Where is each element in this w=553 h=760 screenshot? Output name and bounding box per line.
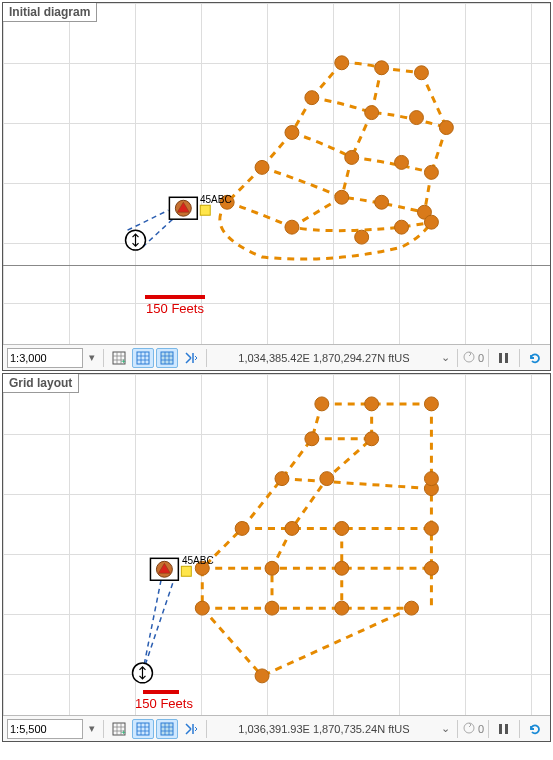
svg-rect-64 [505,724,508,734]
node-label: 45ABC [200,194,232,205]
svg-text:+: + [121,728,126,736]
pause-icon[interactable] [493,348,515,368]
svg-point-17 [355,230,369,244]
svg-rect-30 [505,353,508,363]
svg-point-19 [424,215,438,229]
grid-show-icon[interactable] [156,719,178,739]
svg-rect-57 [181,566,191,576]
svg-point-47 [424,561,438,575]
panel-title: Initial diagram [3,3,97,22]
chevron-down-icon[interactable]: ⌄ [439,351,453,364]
svg-point-1 [375,61,389,75]
svg-point-7 [285,126,299,140]
svg-point-28 [464,352,474,362]
svg-point-51 [405,601,419,615]
svg-point-13 [375,195,389,209]
rotation-value: 0 [478,723,484,735]
status-bar-grid: ▾ + 1,036,391.93E 1,870,735.24N ftUS ⌄ 0 [3,715,550,741]
scale-input[interactable] [7,348,83,368]
svg-point-12 [335,190,349,204]
svg-point-50 [335,601,349,615]
svg-point-5 [410,111,424,125]
grid-add-icon[interactable]: + [108,348,130,368]
svg-point-4 [365,106,379,120]
node-label: 45ABC [182,555,214,566]
snap-icon[interactable] [180,719,202,739]
pause-icon[interactable] [493,719,515,739]
coordinates-readout: 1,034,385.42E 1,870,294.27N ftUS [211,352,437,364]
diagram-panel-grid: Grid layout [2,373,551,742]
network-diagram-initial [3,3,550,343]
snap-icon[interactable] [180,348,202,368]
svg-point-52 [255,669,269,683]
svg-point-3 [305,91,319,105]
svg-point-18 [395,220,409,234]
rotation-value: 0 [478,352,484,364]
svg-text:+: + [121,357,126,365]
svg-point-46 [335,561,349,575]
svg-point-16 [285,220,299,234]
svg-point-34 [305,432,319,446]
canvas-grid[interactable]: Grid layout [3,374,550,715]
svg-point-33 [424,397,438,411]
svg-rect-60 [137,723,149,735]
svg-point-48 [195,601,209,615]
svg-point-2 [414,66,428,80]
svg-point-53 [424,472,438,486]
refresh-icon[interactable] [524,719,546,739]
scale-bar: 150 Feets [125,690,203,711]
svg-rect-23 [200,205,210,215]
network-diagram-grid [3,374,550,714]
canvas-initial[interactable]: Initial diagram [3,3,550,344]
svg-point-9 [395,155,409,169]
svg-rect-63 [499,724,502,734]
svg-point-49 [265,601,279,615]
rotation-icon[interactable] [462,350,476,366]
svg-rect-61 [161,723,173,735]
scale-input[interactable] [7,719,83,739]
chevron-down-icon[interactable]: ⌄ [439,722,453,735]
grid-toggle-icon[interactable] [132,719,154,739]
rotation-icon[interactable] [462,721,476,737]
chevron-down-icon[interactable]: ▾ [85,351,99,364]
svg-point-6 [439,121,453,135]
svg-point-37 [275,472,289,486]
svg-point-38 [320,472,334,486]
svg-point-45 [265,561,279,575]
svg-point-43 [424,521,438,535]
svg-point-35 [365,432,379,446]
svg-point-8 [345,150,359,164]
refresh-icon[interactable] [524,348,546,368]
svg-rect-29 [499,353,502,363]
svg-point-32 [365,397,379,411]
grid-show-icon[interactable] [156,348,178,368]
grid-toggle-icon[interactable] [132,348,154,368]
coordinates-readout: 1,036,391.93E 1,870,735.24N ftUS [211,723,437,735]
svg-point-41 [285,521,299,535]
svg-point-40 [235,521,249,535]
svg-point-10 [424,165,438,179]
scale-bar: 150 Feets [139,295,211,316]
chevron-down-icon[interactable]: ▾ [85,722,99,735]
svg-rect-27 [161,352,173,364]
svg-point-11 [255,160,269,174]
svg-point-42 [335,521,349,535]
status-bar-initial: ▾ + 1,034,385.42E 1,870,294.27N ftUS ⌄ 0 [3,344,550,370]
panel-title: Grid layout [3,374,79,393]
svg-point-31 [315,397,329,411]
svg-point-62 [464,723,474,733]
svg-rect-26 [137,352,149,364]
grid-add-icon[interactable]: + [108,719,130,739]
diagram-panel-initial: Initial diagram [2,2,551,371]
svg-point-0 [335,56,349,70]
